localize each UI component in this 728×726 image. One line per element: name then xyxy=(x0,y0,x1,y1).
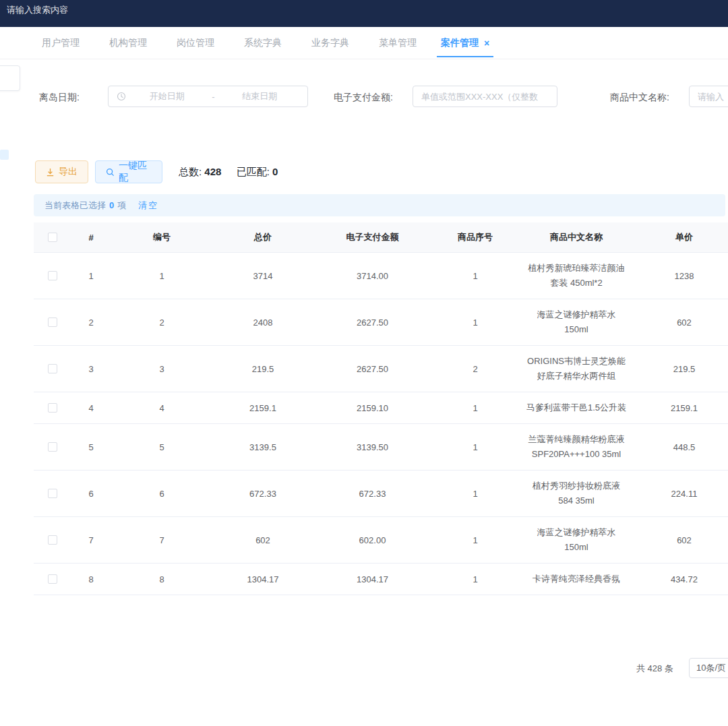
row-checkbox[interactable] xyxy=(48,271,57,280)
cell-epay: 602.00 xyxy=(313,517,431,563)
cell-epay: 2627.50 xyxy=(313,346,431,392)
cell-epay: 672.33 xyxy=(313,471,431,516)
table-row[interactable]: 66672.33672.331植村秀羽纱持妆粉底液 584 35ml224.11 xyxy=(34,471,728,517)
cell-seq: 1 xyxy=(431,424,519,470)
tab-5[interactable]: 业务字典 xyxy=(297,27,364,59)
cell-name: 植村秀羽纱持妆粉底液 584 35ml xyxy=(519,471,634,516)
product-name-input[interactable] xyxy=(689,86,728,107)
tab-6[interactable]: 菜单管理 xyxy=(364,27,431,59)
total-label: 总数: xyxy=(179,166,202,177)
cell-index: 5 xyxy=(71,424,111,470)
export-button-label: 导出 xyxy=(59,166,78,178)
cell-epay: 1304.17 xyxy=(313,564,431,595)
total-value: 428 xyxy=(204,166,221,177)
row-checkbox-cell xyxy=(34,517,71,563)
cell-total: 672.33 xyxy=(212,471,313,516)
page-size-value: 10条/页 xyxy=(696,662,726,674)
column-header: 商品序号 xyxy=(431,222,519,252)
cell-code: 3 xyxy=(111,346,212,392)
tab-label: 菜单管理 xyxy=(379,37,417,49)
selection-prefix: 当前表格已选择 xyxy=(44,200,106,212)
cell-seq: 1 xyxy=(431,299,519,345)
cell-seq: 2 xyxy=(431,346,519,392)
cases-table: #编号总价电子支付金额商品序号商品中文名称单价 1137143714.001植村… xyxy=(34,222,728,610)
cell-seq: 1 xyxy=(431,392,519,423)
tab-4[interactable]: 系统字典 xyxy=(229,27,297,59)
cell-total: 3714 xyxy=(212,253,313,299)
table-header-row: #编号总价电子支付金额商品序号商品中文名称单价 xyxy=(34,222,728,253)
clear-selection-link[interactable]: 清空 xyxy=(138,200,158,212)
row-checkbox[interactable] xyxy=(48,403,57,413)
search-icon xyxy=(106,168,115,177)
top-navbar: 请输入搜索内容 xyxy=(0,0,728,27)
end-date-placeholder[interactable]: 结束日期 xyxy=(220,90,300,102)
matched-label: 已匹配: xyxy=(237,166,270,177)
amount-input[interactable] xyxy=(413,86,557,107)
cell-total: 2408 xyxy=(212,299,313,345)
clock-icon xyxy=(117,92,126,101)
close-icon[interactable]: × xyxy=(484,38,489,49)
cell-unit: 602 xyxy=(634,517,728,563)
date-filter-label: 离岛日期: xyxy=(39,92,80,104)
cell-index: 8 xyxy=(71,564,111,595)
row-checkbox-cell xyxy=(34,424,71,470)
tab-label: 岗位管理 xyxy=(177,37,214,49)
select-all-checkbox[interactable] xyxy=(48,233,57,242)
row-checkbox[interactable] xyxy=(48,535,57,545)
column-header: 编号 xyxy=(111,222,212,252)
cell-code: 6 xyxy=(111,471,212,516)
page-size-select[interactable]: 10条/页 xyxy=(689,658,728,678)
start-date-placeholder[interactable]: 开始日期 xyxy=(127,90,207,102)
one-click-match-button[interactable]: 一键匹配 xyxy=(95,160,162,183)
tab-3[interactable]: 岗位管理 xyxy=(162,27,229,59)
row-checkbox[interactable] xyxy=(48,317,57,327)
date-range-picker[interactable]: 开始日期 - 结束日期 xyxy=(108,86,308,107)
cell-total: 3139.5 xyxy=(212,424,313,470)
cell-total: 1304.17 xyxy=(212,564,313,595)
cell-total: 602 xyxy=(212,517,313,563)
edge-fragment xyxy=(0,150,9,160)
row-checkbox[interactable] xyxy=(48,489,57,498)
date-range-separator: - xyxy=(207,92,220,102)
cell-code: 7 xyxy=(111,517,212,563)
table-row[interactable]: 2224082627.501海蓝之谜修护精萃水 150ml602 xyxy=(34,299,728,346)
row-checkbox[interactable] xyxy=(48,364,57,373)
cell-index: 2 xyxy=(71,299,111,345)
tab-2[interactable]: 机构管理 xyxy=(94,27,162,59)
table-row[interactable]: 1137143714.001植村秀新琥珀臻萃洁颜油套装 450ml*21238 xyxy=(34,253,728,299)
cell-total: 2159.1 xyxy=(212,392,313,423)
cell-unit: 448.5 xyxy=(634,424,728,470)
row-checkbox[interactable] xyxy=(48,574,57,584)
column-header: 总价 xyxy=(212,222,313,252)
row-checkbox-cell xyxy=(34,471,71,516)
row-checkbox[interactable] xyxy=(48,442,57,452)
table-row[interactable]: 33219.52627.502ORIGINS韦博士灵芝焕能好底子精华水两件组21… xyxy=(34,346,728,392)
tab-label: 机构管理 xyxy=(109,37,147,49)
collapsed-panel-fragment xyxy=(0,65,20,91)
cell-name: 兰蔻菁纯臻颜精华粉底液SPF20PA+++100 35ml xyxy=(519,424,634,470)
table-row[interactable]: 553139.53139.501兰蔻菁纯臻颜精华粉底液SPF20PA+++100… xyxy=(34,424,728,471)
tab-label: 系统字典 xyxy=(244,37,282,49)
cell-seq: 1 xyxy=(431,471,519,516)
cell-code: 2 xyxy=(111,299,212,345)
cell-index: 3 xyxy=(71,346,111,392)
match-button-label: 一键匹配 xyxy=(119,160,152,184)
cell-code: 5 xyxy=(111,424,212,470)
column-header: 单价 xyxy=(634,222,728,252)
cell-seq: 1 xyxy=(431,517,519,563)
tab-1[interactable]: 用户管理 xyxy=(27,27,94,59)
global-search-input[interactable]: 请输入搜索内容 xyxy=(7,4,68,16)
table-row[interactable]: 881304.171304.171卡诗菁纯亮泽经典香氛434.72 xyxy=(34,564,728,595)
cell-index: 1 xyxy=(71,253,111,299)
product-name-filter-label: 商品中文名称: xyxy=(610,92,669,104)
matched-value: 0 xyxy=(272,166,278,177)
cell-code: 4 xyxy=(111,392,212,423)
table-row[interactable]: 77602602.001海蓝之谜修护精萃水 150ml602 xyxy=(34,517,728,564)
tab-7[interactable]: 案件管理× xyxy=(431,27,499,59)
cell-name: 卡诗菁纯亮泽经典香氛 xyxy=(519,564,634,595)
table-row[interactable]: 442159.12159.101马爹利蓝带干邑1.5公升装2159.1 xyxy=(34,392,728,424)
cell-epay: 3714.00 xyxy=(313,253,431,299)
cell-unit: 2159.1 xyxy=(634,392,728,423)
export-button[interactable]: 导出 xyxy=(35,160,88,183)
row-checkbox-cell xyxy=(34,564,71,595)
